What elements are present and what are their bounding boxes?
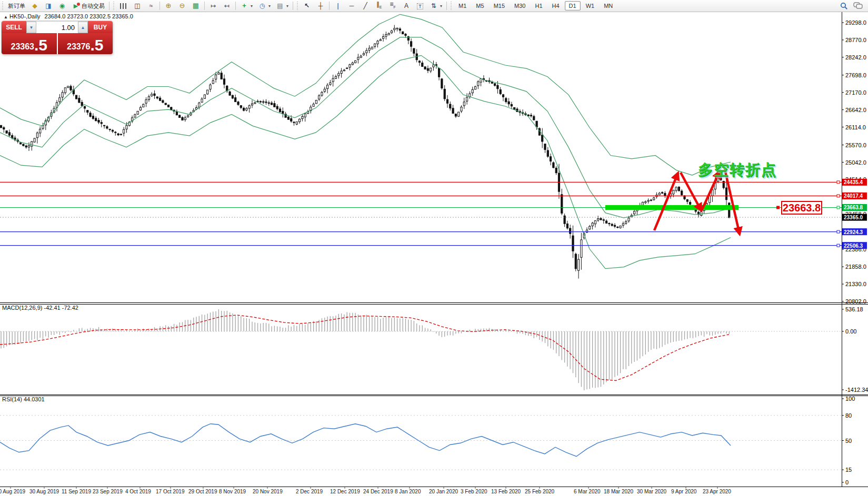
date-tick-label: 24 Dec 2019 — [363, 489, 393, 494]
chart-shift-button[interactable] — [220, 1, 234, 11]
text-label-icon — [416, 2, 424, 11]
sell-button[interactable]: SELL — [2, 21, 26, 33]
auto-trading-icon — [72, 2, 80, 10]
crosshair-tool-button[interactable] — [314, 1, 327, 11]
equidistant-channel-icon — [375, 0, 383, 11]
turning-point-annotation[interactable]: 多空转折点 — [698, 160, 777, 180]
toolbar-grip[interactable] — [112, 2, 115, 10]
level-line-anchor[interactable] — [837, 230, 840, 233]
chevron-down-icon: ▾ — [286, 4, 288, 8]
timeframe-h4[interactable]: H4 — [548, 1, 564, 11]
timeframe-h1[interactable]: H1 — [531, 1, 546, 11]
date-tick-label: 20 Aug 2019 — [0, 489, 26, 494]
trade-panel-prices: 23363 .5 23376 .5 — [2, 33, 113, 54]
one-click-trading-panel: SELL ▼ ▲ BUY 23363 .5 23376 .5 — [2, 21, 113, 54]
green-pivot-zone[interactable] — [605, 205, 739, 210]
toolbar-grip[interactable] — [450, 2, 453, 10]
price-tag-resistance: 24435.4 — [842, 179, 867, 186]
new-order-label: 新订单 — [8, 2, 25, 10]
timeframe-m5[interactable]: M5 — [472, 1, 488, 11]
date-tick-label: 6 Mar 2020 — [574, 489, 601, 494]
line-chart-button[interactable] — [144, 1, 158, 11]
price-tick-label: 25570.0 — [845, 142, 866, 148]
bar-chart-button[interactable] — [116, 1, 131, 11]
date-tick-label: 23 Sep 2019 — [93, 489, 123, 494]
zoom-in-button[interactable] — [162, 1, 175, 11]
buy-price[interactable]: 23376 .5 — [58, 33, 113, 54]
trendline-tool-button[interactable] — [358, 1, 372, 11]
level-line-anchor[interactable] — [837, 181, 840, 184]
chart-title: ▲HK50-,Daily23684.0 23723.0 23302.5 2336… — [4, 13, 133, 19]
level-line-anchor[interactable] — [837, 195, 840, 197]
text-label-tool-button[interactable] — [413, 1, 427, 11]
auto-trading-label: 自动交易 — [82, 2, 105, 10]
data-window-icon[interactable] — [42, 1, 55, 11]
zoom-out-button[interactable] — [175, 1, 189, 11]
candlestick-chart-button[interactable] — [131, 1, 144, 11]
channel-tool-button[interactable] — [372, 1, 386, 11]
chart-canvas[interactable]: 29298.028770.028242.027698.027170.026642… — [0, 0, 868, 496]
callout-anchor[interactable] — [776, 206, 780, 209]
volume-input[interactable] — [36, 22, 78, 33]
zoom-out-icon — [178, 2, 186, 10]
volume-increase-button[interactable]: ▲ — [78, 22, 88, 33]
level-line-anchor[interactable] — [837, 206, 840, 209]
vertical-line-tool-button[interactable] — [331, 1, 345, 11]
auto-scroll-button[interactable] — [206, 1, 220, 11]
buy-button[interactable]: BUY — [88, 21, 113, 33]
chat-icon[interactable] — [853, 2, 863, 9]
timeframe-d1[interactable]: D1 — [565, 1, 581, 11]
indicators-button[interactable]: ▾ — [237, 1, 255, 11]
macd-axis-label: 0.00 — [845, 328, 856, 335]
new-order-button[interactable]: 新订单 — [5, 1, 28, 11]
price-tag-pivot: 23663.8 — [842, 204, 867, 211]
periods-button[interactable]: ▾ — [255, 1, 273, 11]
auto-scroll-icon — [209, 2, 217, 10]
timeframe-mn[interactable]: MN — [600, 1, 617, 11]
price-tick-label: 26642.0 — [845, 107, 866, 113]
toolbar-separator — [109, 2, 109, 10]
toolbar-grip[interactable] — [1, 2, 4, 10]
price-tick-label: 26114.0 — [845, 124, 866, 130]
tile-windows-button[interactable] — [189, 1, 203, 11]
volume-decrease-button[interactable]: ▼ — [26, 22, 36, 33]
date-tick-label: 13 Feb 2020 — [491, 489, 521, 494]
sell-price[interactable]: 23363 .5 — [2, 33, 57, 54]
date-tick-label: 8 Nov 2019 — [219, 489, 246, 494]
timeframe-m30[interactable]: M30 — [510, 1, 530, 11]
timeframe-m1[interactable]: M1 — [454, 1, 471, 11]
market-watch-icon[interactable] — [28, 1, 42, 11]
search-icon[interactable] — [840, 2, 848, 10]
timeframe-w1[interactable]: W1 — [582, 1, 599, 11]
templates-button[interactable]: ▾ — [273, 1, 291, 11]
cursor-tool-button[interactable] — [300, 1, 314, 11]
buy-price-fraction: .5 — [90, 38, 103, 53]
auto-trading-button[interactable]: 自动交易 — [69, 1, 107, 11]
text-tool-button[interactable] — [400, 1, 413, 11]
price-tag-value: 24017.4 — [844, 193, 863, 199]
chart-background[interactable] — [0, 12, 868, 496]
level-line-anchor[interactable] — [837, 244, 840, 247]
price-tag-value: 22506.3 — [844, 243, 863, 249]
fibonacci-tool-button[interactable] — [386, 1, 400, 11]
sell-price-fraction: .5 — [34, 38, 47, 53]
price-tick-label: 28770.0 — [845, 37, 866, 43]
rsi-axis-label: 15 — [845, 467, 852, 473]
price-tag-value: 22924.3 — [844, 229, 863, 235]
date-tick-label: 2 Dec 2019 — [296, 489, 323, 494]
toolbar-grip[interactable] — [296, 2, 299, 10]
tile-windows-icon — [192, 2, 200, 10]
date-tick-label: 12 Dec 2019 — [330, 489, 360, 494]
toolbar-separator — [446, 2, 447, 10]
strategy-tester-icon[interactable] — [55, 1, 69, 11]
date-tick-label: 11 Sep 2019 — [62, 489, 91, 494]
horizontal-line-icon — [347, 2, 356, 10]
timeframe-m15[interactable]: M15 — [490, 1, 509, 11]
price-callout-box[interactable]: 23663.8 — [781, 201, 822, 215]
price-tag-value: 23663.8 — [844, 205, 863, 210]
rsi-axis-label: 50 — [845, 438, 852, 444]
price-tag-resistance: 24017.4 — [842, 193, 867, 199]
arrows-tool-button[interactable]: ▾ — [427, 1, 445, 11]
date-tick-label: 30 Aug 2019 — [29, 489, 59, 494]
horizontal-line-tool-button[interactable] — [345, 1, 358, 11]
